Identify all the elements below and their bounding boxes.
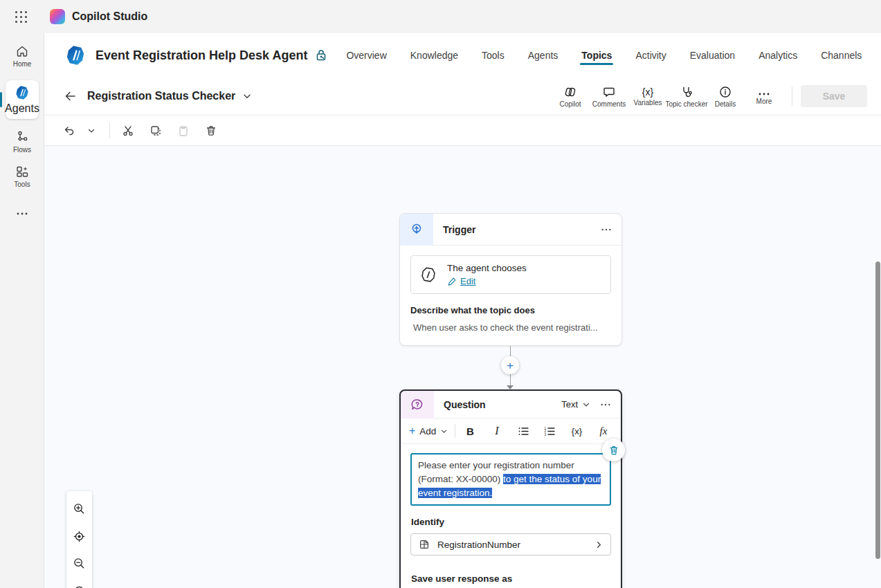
tab-activity[interactable]: Activity [634,36,667,75]
trigger-mode-text: The agent chooses [447,263,527,273]
topic-header: Registration Status Checker Copilot [44,77,881,116]
tab-tools[interactable]: Tools [480,36,506,75]
question-type-dropdown[interactable]: Text [561,399,590,410]
node-title: Trigger [443,224,475,235]
waffle-grid-icon [15,10,28,24]
divider [455,424,455,438]
tab-topics[interactable]: Topics [580,36,613,75]
add-node-button[interactable]: + [501,356,519,374]
question-more-icon[interactable] [597,401,614,408]
reset-view-button[interactable] [70,526,89,546]
question-icon [410,398,424,412]
canvas-zoom-controls [66,491,92,588]
trigger-node[interactable]: Trigger The agent ch [399,213,622,346]
save-response-label: Save user response as [411,573,610,584]
undo-chevron-down-icon[interactable] [80,120,102,142]
italic-button[interactable]: I [489,425,505,437]
sidebar-more-button[interactable] [0,206,44,221]
scrollbar-thumb[interactable] [875,261,880,559]
pencil-icon [447,277,457,286]
tab-overview[interactable]: Overview [345,36,388,75]
paste-button[interactable] [172,120,194,142]
delete-button[interactable] [200,120,222,142]
format-buttons: B I 1 2 [462,425,614,437]
bold-button[interactable]: B [462,425,478,437]
trigger-chooser-card: The agent chooses Edit [410,255,611,294]
tab-knowledge[interactable]: Knowledge [409,36,460,75]
copilot-button[interactable]: Copilot [551,82,590,111]
topic-actions: Copilot Comments {x} Variables [551,82,867,111]
more-button[interactable]: More [745,84,783,108]
edit-trigger-link[interactable]: Edit [447,276,527,286]
topic-checker-button[interactable]: Topic checker [667,82,706,111]
more-horizontal-icon [758,87,770,96]
message-format-toolbar: + Add B I [401,419,621,444]
agent-avatar [64,44,87,67]
sidebar-item-agents[interactable]: Agents [6,80,39,119]
sidebar-item-label: Tools [14,181,30,188]
entity-icon [418,538,430,551]
trigger-more-icon[interactable] [598,226,615,233]
app-launcher-icon[interactable] [4,0,37,33]
copilot-studio-logo-icon [50,9,65,24]
canvas-scrollbar[interactable] [875,260,880,588]
formula-button[interactable]: fx [596,425,611,437]
sidebar-item-flows[interactable]: Flows [0,125,44,159]
add-content-button[interactable]: + Add [408,423,449,439]
cut-button[interactable] [117,120,139,142]
comment-icon [602,85,616,99]
flows-icon [15,130,29,144]
question-node[interactable]: Question Text [399,389,622,588]
tab-analytics[interactable]: Analytics [757,36,799,75]
tab-evaluation[interactable]: Evaluation [689,36,736,75]
left-nav-rail: Home Agents [0,33,44,588]
save-button[interactable]: Save [801,85,867,107]
variables-icon: {x} [642,86,653,98]
stethoscope-icon [680,85,693,99]
sidebar-item-home[interactable]: Home [0,39,44,73]
zoom-out-button[interactable] [70,554,89,573]
numbered-list-button[interactable]: 1 2 3 [543,426,558,437]
bullet-list-button[interactable] [516,426,531,437]
agent-header: Event Registration Help Desk Agent Overv… [44,33,881,77]
back-button[interactable] [60,85,82,107]
home-icon [15,44,29,58]
lock-key-icon[interactable] [314,48,328,62]
topic-name: Registration Status Checker [87,90,235,102]
topic-chevron-down-icon[interactable] [242,91,252,101]
sidebar-item-label: Flows [13,146,31,154]
chevron-down-icon [440,428,448,435]
variables-button[interactable]: {x} Variables [628,84,667,109]
copy-button[interactable] [145,120,167,142]
comments-button[interactable]: Comments [590,82,628,111]
undo-button[interactable] [58,120,80,142]
trigger-icon-tile [400,214,433,246]
active-nav-indicator [0,92,2,107]
entity-picker[interactable]: RegistrationNumber [410,533,611,555]
main-area: Event Registration Help Desk Agent Overv… [44,33,881,588]
delete-message-button[interactable] [602,439,625,461]
topic-description-input[interactable]: When user asks to check the event regist… [413,322,611,333]
tab-agents[interactable]: Agents [527,36,560,75]
zoom-in-button[interactable] [70,499,89,519]
node-title: Question [444,399,486,410]
copilot-icon [563,85,577,99]
chevron-right-icon [594,540,603,549]
authoring-canvas[interactable]: Trigger The agent ch [44,146,881,588]
svg-text:3: 3 [545,432,547,436]
details-button[interactable]: Details [706,82,745,111]
edit-toolbar [44,116,881,146]
minimap-toggle-button[interactable] [70,581,89,588]
page-title: Event Registration Help Desk Agent [96,48,307,63]
question-icon-tile [401,391,434,419]
plus-icon: + [409,425,415,437]
insert-variable-button[interactable]: {x} [569,426,584,437]
agent-hexagon-icon [419,266,437,284]
agent-tab-bar: Overview Knowledge Tools Agents Topics A… [345,36,863,75]
trigger-node-header: Trigger [400,214,621,246]
tab-channels[interactable]: Channels [819,36,863,75]
sidebar-item-tools[interactable]: Tools [0,159,44,194]
identify-label: Identify [411,517,610,527]
chevron-down-icon [582,401,590,409]
question-message-editor[interactable]: Please enter your registration number (F… [410,453,611,506]
